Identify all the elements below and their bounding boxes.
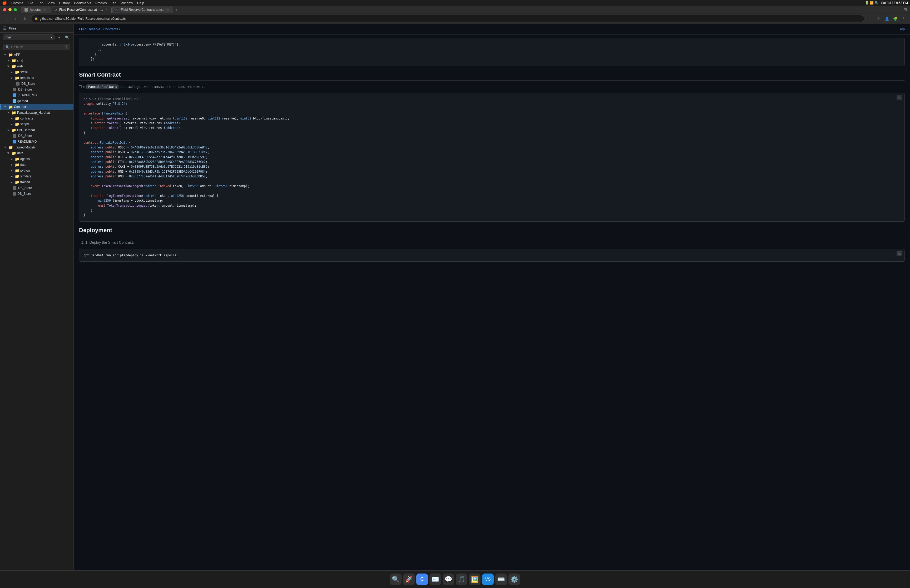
top-link[interactable]: Top xyxy=(900,27,905,31)
dock-vscode[interactable]: VS xyxy=(482,573,494,585)
tree-item-uni-hardhat[interactable]: ▶ 📁 Uni_Hardhat xyxy=(0,127,73,133)
bookmark-icon[interactable]: ☆ xyxy=(875,15,882,23)
apple-logo[interactable]: 🍎 xyxy=(2,0,7,5)
tab-title-2: Fluid-Reserve/Contracts at m... xyxy=(59,8,103,11)
browser-tab-contracts-2[interactable]: ⬡ Fluid-Reserve/Contracts at m... × xyxy=(112,6,173,13)
menu-file[interactable]: File xyxy=(27,1,33,5)
traffic-light-close[interactable] xyxy=(3,8,6,11)
menu-edit[interactable]: Edit xyxy=(37,1,43,5)
breadcrumb-sep-1: / xyxy=(101,27,102,31)
tree-item-gomod[interactable]: ▶ go.mod xyxy=(0,98,73,104)
cast-icon[interactable]: ⊡ xyxy=(866,15,874,23)
folder-trained-icon: 📁 xyxy=(8,145,13,150)
tree-item-python[interactable]: ▶ 📁 python xyxy=(0,168,73,173)
copy-code-button[interactable]: ⧉ xyxy=(897,95,902,100)
tab-close-3[interactable]: × xyxy=(166,8,170,11)
branch-selector[interactable]: main ▾ xyxy=(3,34,55,40)
forward-button[interactable]: › xyxy=(12,15,19,23)
tree-item-dsstore-3[interactable]: ▶ .DS_Store xyxy=(0,133,73,139)
folder-contracts-icon: 📁 xyxy=(8,105,13,109)
search-file-button[interactable]: 🔍 xyxy=(64,34,70,40)
window-controls[interactable]: ⊞ xyxy=(904,7,907,12)
tree-item-scripts[interactable]: ▶ 📁 scripts xyxy=(0,121,73,127)
tree-item-readme-1[interactable]: ▶ README.MD xyxy=(0,92,73,98)
dock-launchpad[interactable]: 🚀 xyxy=(403,573,415,585)
tree-item-dsstore-5[interactable]: ▶ DS_Store xyxy=(0,191,73,197)
new-tab-button[interactable]: + xyxy=(174,7,179,12)
chevron-web-icon: ▶ xyxy=(6,64,11,68)
tree-item-trained[interactable]: ▶ 📁 trained xyxy=(0,179,73,185)
tree-item-dsstore-4[interactable]: ▶ .DS_Store xyxy=(0,185,73,191)
dock-terminal[interactable]: ⌨️ xyxy=(495,573,507,585)
tree-item-simdata[interactable]: ▶ 📁 simdata xyxy=(0,173,73,179)
back-button[interactable]: ‹ xyxy=(3,15,10,23)
smart-contract-code-block: ⧉ // SPDX-License-Identifier: MIT pragma… xyxy=(79,93,905,221)
menubar-right: 🔋 📶 🔍 Sat Jul 13 9:53 PM xyxy=(865,1,908,5)
folder-trained-sub-icon: 📁 xyxy=(15,180,19,184)
tree-item-readme-2[interactable]: ▶ README.MD xyxy=(0,139,73,144)
tree-item-dsstore-1[interactable]: ▶ .DS_Store xyxy=(0,81,73,87)
menu-profiles[interactable]: Profiles xyxy=(95,1,107,5)
dock-photos[interactable]: 🖼️ xyxy=(469,573,480,585)
tree-label-dsstore-3: .DS_Store xyxy=(18,134,32,138)
tree-label-gomod: go.mod xyxy=(18,99,28,103)
tree-item-cmd[interactable]: ▶ 📁 cmd xyxy=(0,58,73,63)
breadcrumb-repo-link[interactable]: Fluid-Reserve xyxy=(79,27,100,31)
smart-contract-para: The PancakePoolData contract logs token … xyxy=(79,84,905,89)
tree-item-dsstore-2[interactable]: ▶ .DS_Store xyxy=(0,87,73,92)
breadcrumb-path-link[interactable]: Contracts xyxy=(103,27,118,31)
menu-help[interactable]: Help xyxy=(137,1,144,5)
menu-view[interactable]: View xyxy=(48,1,55,5)
menu-bookmarks[interactable]: Bookmarks xyxy=(74,1,91,5)
dock-messages[interactable]: 💬 xyxy=(443,573,454,585)
tree-item-pancakeswap[interactable]: ▶ 📁 Pancakeswap_Hardhat xyxy=(0,110,73,116)
tree-item-templates[interactable]: ▶ 📁 templates xyxy=(0,75,73,81)
tab-close-2[interactable]: × xyxy=(105,8,108,11)
menu-history[interactable]: History xyxy=(59,1,70,5)
dock-settings[interactable]: ⚙️ xyxy=(508,573,520,585)
dock-finder[interactable]: 🔍 xyxy=(390,573,402,585)
copy-deploy-button[interactable]: ⧉ xyxy=(897,251,902,256)
dock-mail[interactable]: ✉️ xyxy=(430,573,441,585)
tree-item-static[interactable]: ▶ 📁 static xyxy=(0,69,73,75)
tree-item-agents[interactable]: ▶ 📁 agents xyxy=(0,156,73,162)
menu-chrome[interactable]: Chrome xyxy=(11,1,23,5)
tree-label-dsstore-4: .DS_Store xyxy=(18,186,32,190)
tree-label-dsstore-5: DS_Store xyxy=(18,192,31,195)
tree-item-trained-models[interactable]: ▶ 📁 Trained Models xyxy=(0,144,73,150)
tab-close-1[interactable]: × xyxy=(43,8,47,11)
menu-window[interactable]: Window xyxy=(121,1,133,5)
file-dsstore-4-icon xyxy=(13,186,16,190)
extension-icon[interactable]: 🧩 xyxy=(892,15,899,23)
chevron-templates-icon: ▶ xyxy=(10,76,14,80)
tab-favicon-2: ⬡ xyxy=(54,8,58,11)
menu-tab[interactable]: Tab xyxy=(111,1,116,5)
search-input[interactable] xyxy=(11,45,63,49)
tree-item-contracts[interactable]: ▶ 📁 Contracts xyxy=(0,104,73,110)
deployment-heading: Deployment xyxy=(79,227,905,236)
dock-music[interactable]: 🎵 xyxy=(456,573,467,585)
profile-icon[interactable]: 👤 xyxy=(883,15,891,23)
tree-item-data-sub[interactable]: ▶ 📁 data xyxy=(0,162,73,168)
add-file-button[interactable]: + xyxy=(56,34,62,40)
tree-item-data[interactable]: ▶ 📁 data xyxy=(0,150,73,156)
browser-tab-aboutus[interactable]: A Aboutus × xyxy=(21,6,50,13)
browser-tab-contracts-1[interactable]: ⬡ Fluid-Reserve/Contracts at m... × xyxy=(50,6,112,13)
address-bar[interactable]: 🔒 github.com/ShaneSCalder/Fluid-Reserve/… xyxy=(31,15,864,23)
traffic-light-minimize[interactable] xyxy=(8,8,11,11)
url-text: github.com/ShaneSCalder/Fluid-Reserve/tr… xyxy=(40,17,126,21)
dock-chrome[interactable]: C xyxy=(416,573,428,585)
tree-label-contracts: Contracts xyxy=(14,105,27,109)
top-code-block: accounts: [`0x${process.env.PRIVATE_KEY}… xyxy=(79,38,905,66)
more-icon[interactable]: ⋮ xyxy=(900,15,907,23)
tree-item-contracts-sub[interactable]: ▶ 📁 contracts xyxy=(0,116,73,121)
file-dsstore-5-icon xyxy=(13,192,16,195)
tree-label-trained-models: Trained Models xyxy=(14,145,36,149)
traffic-light-maximize[interactable] xyxy=(14,8,17,11)
tree-item-web[interactable]: ▶ 📁 web xyxy=(0,63,73,69)
toolbar-actions: ⊡ ☆ 👤 🧩 ⋮ xyxy=(866,15,907,23)
tree-item-app[interactable]: ▶ 📁 APP xyxy=(0,52,73,58)
tree-label-data-sub: data xyxy=(20,163,26,166)
markdown-body: Smart Contract The PancakePoolData contr… xyxy=(74,71,910,270)
reload-button[interactable]: ↻ xyxy=(22,15,29,23)
